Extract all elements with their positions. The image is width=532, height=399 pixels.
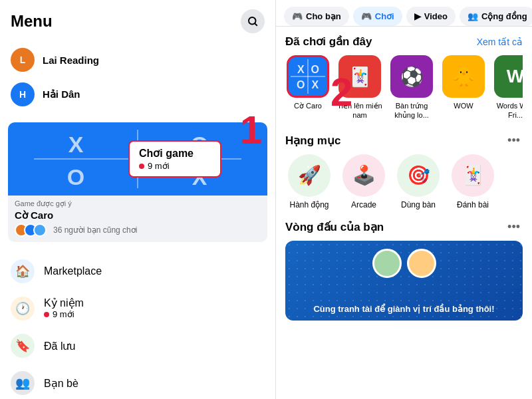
friend-avatars bbox=[15, 223, 43, 237]
wow-icon: 🐥 bbox=[452, 66, 475, 88]
tab-choi-label: Chơi bbox=[375, 11, 394, 21]
tournament-avatars bbox=[372, 249, 436, 278]
game-label-wow: WOW bbox=[454, 101, 473, 110]
category-arcade-label: Arcade bbox=[351, 200, 376, 209]
avatar-hai: H bbox=[11, 82, 35, 106]
menu-items-list: 🏠 Marketplace 🕐 Kỷ niệm 9 mới 🔖 Đã lưu 👥… bbox=[0, 250, 275, 399]
accounts-list: L Lai Reading H Hải Dân bbox=[0, 40, 275, 114]
recent-game-wow[interactable]: 🐥 WOW bbox=[441, 55, 486, 120]
game-name: Cờ Caro bbox=[15, 209, 261, 221]
friend-count: 36 người bạn cũng chơi bbox=[53, 225, 137, 235]
memory-badge: 9 mới bbox=[44, 309, 84, 319]
category-hanh-dong-icon: 🚀 bbox=[288, 154, 331, 197]
memory-item[interactable]: 🕐 Kỷ niệm 9 mới bbox=[0, 290, 275, 327]
tab-video-icon: ▶ bbox=[414, 11, 421, 21]
game-thumb-wow: 🐥 bbox=[442, 55, 485, 98]
right-content: Đã chơi gần đây Xem tất cả 2 X O O X bbox=[276, 27, 532, 399]
right-panel: 🎮 Cho bạn 🎮 Chơi ▶ Video 👥 Cộng đồng Đã … bbox=[276, 0, 532, 399]
game-label-co-caro: Cờ Caro bbox=[294, 101, 322, 110]
tournament-dots[interactable]: ••• bbox=[505, 220, 523, 234]
tournament-title: Vòng đấu của bạn bbox=[285, 220, 384, 234]
tab-cong-dong[interactable]: 👥 Cộng đồng bbox=[460, 7, 532, 26]
xo-cell-1: X bbox=[17, 132, 134, 158]
category-dung-ban-label: Dùng bàn bbox=[401, 200, 436, 209]
xo-s2: O bbox=[310, 64, 321, 76]
svg-point-0 bbox=[249, 17, 256, 25]
recent-games-scroll: X O O X Cờ Caro 🃏 Tiế bbox=[285, 55, 523, 123]
category-hanh-dong[interactable]: 🚀 Hành động bbox=[285, 154, 333, 209]
game-thumb-words: W bbox=[494, 55, 523, 98]
category-dung-ban[interactable]: 🎯 Dùng bàn bbox=[394, 154, 442, 209]
friend-av-3 bbox=[33, 223, 47, 237]
choi-game-title: Chơi game bbox=[139, 148, 194, 159]
search-button[interactable] bbox=[241, 9, 265, 33]
recent-game-ban-trung[interactable]: ⚽ Bàn trứng khủng lo... bbox=[389, 55, 434, 120]
account-lai-reading[interactable]: L Lai Reading bbox=[0, 43, 275, 77]
tournament-card[interactable]: Cùng tranh tài để giành vị trí đầu bảng … bbox=[285, 241, 523, 321]
choi-game-box: Chơi game 9 mới bbox=[128, 140, 221, 178]
tournament-text: Cùng tranh tài để giành vị trí đầu bảng … bbox=[307, 297, 501, 321]
categories-grid: 🚀 Hành động 🕹️ Arcade 🎯 Dùng bàn 🃏 Đánh … bbox=[285, 154, 523, 209]
marketplace-item[interactable]: 🏠 Marketplace bbox=[0, 253, 275, 290]
tournament-avatar-2 bbox=[407, 249, 436, 278]
friends-icon: 👥 bbox=[11, 371, 35, 395]
game-thumb-ban-trung: ⚽ bbox=[390, 55, 433, 98]
xo-s3: O bbox=[295, 79, 307, 91]
tab-cong-dong-label: Cộng đồng bbox=[481, 11, 527, 21]
category-arcade[interactable]: 🕹️ Arcade bbox=[340, 154, 388, 209]
new-dot bbox=[139, 164, 144, 169]
category-danh-bai-label: Đánh bài bbox=[457, 200, 489, 209]
category-hanh-dong-label: Hành động bbox=[289, 200, 329, 209]
marketplace-icon: 🏠 bbox=[11, 259, 35, 283]
tab-cho-ban[interactable]: 🎮 Cho bạn bbox=[284, 7, 349, 26]
tab-choi[interactable]: 🎮 Chơi bbox=[353, 7, 402, 26]
avatar-lai: L bbox=[11, 48, 35, 72]
menu-header: Menu bbox=[0, 0, 275, 40]
xo-s4: X bbox=[310, 79, 321, 91]
game-card-area: 1 X O O X Chơi game 9 mớ bbox=[0, 117, 275, 247]
choi-game-badge: 9 mới bbox=[139, 161, 211, 171]
friends-item[interactable]: 👥 Bạn bè bbox=[0, 364, 275, 399]
categories-section-header: Hạng mục ••• bbox=[285, 134, 523, 148]
account-hai-dan[interactable]: H Hải Dân bbox=[0, 77, 275, 112]
see-all-recent[interactable]: Xem tất cả bbox=[477, 37, 523, 47]
tab-cho-ban-icon: 🎮 bbox=[292, 11, 303, 21]
account-name-hai: Hải Dân bbox=[43, 88, 80, 100]
menu-title: Menu bbox=[11, 12, 53, 31]
categories-dots[interactable]: ••• bbox=[505, 134, 523, 148]
game-suggested-label: Game được gợi ý bbox=[15, 200, 261, 208]
svg-line-1 bbox=[255, 23, 257, 25]
line-h bbox=[291, 76, 325, 77]
memory-icon: 🕐 bbox=[11, 297, 35, 321]
game-thumb-tien-len: 🃏 bbox=[338, 55, 381, 98]
tabs-row: 🎮 Cho bạn 🎮 Chơi ▶ Video 👥 Cộng đồng bbox=[276, 0, 532, 27]
recent-game-words[interactable]: W Words With Fri... bbox=[493, 55, 523, 120]
categories-title: Hạng mục bbox=[285, 134, 340, 148]
tab-video[interactable]: ▶ Video bbox=[406, 7, 456, 26]
account-name-lai: Lai Reading bbox=[43, 55, 99, 66]
ban-trung-icon: ⚽ bbox=[400, 66, 424, 88]
friends-label: Bạn bè bbox=[44, 377, 78, 390]
memory-label: Kỷ niệm bbox=[44, 297, 84, 309]
tab-cong-dong-icon: 👥 bbox=[467, 11, 478, 21]
xo-cell-3: O bbox=[17, 164, 134, 190]
recent-title: Đã chơi gần đây bbox=[285, 35, 372, 49]
saved-label: Đã lưu bbox=[44, 340, 75, 352]
recent-game-tien-len[interactable]: 🃏 Tiến lên miền nam bbox=[337, 55, 382, 120]
game-card-bg: X O O X Chơi game 9 mới bbox=[8, 122, 267, 196]
tournament-avatar-1 bbox=[372, 249, 402, 278]
category-arcade-icon: 🕹️ bbox=[342, 154, 385, 197]
recent-game-co-caro[interactable]: X O O X Cờ Caro bbox=[285, 55, 331, 120]
memory-new: 9 mới bbox=[53, 309, 74, 319]
saved-item[interactable]: 🔖 Đã lưu bbox=[0, 327, 275, 364]
tournament-section-header: Vòng đấu của bạn ••• bbox=[285, 220, 523, 234]
game-thumb-co-caro: X O O X bbox=[287, 55, 329, 98]
recent-section-header: Đã chơi gần đây Xem tất cả bbox=[285, 35, 523, 49]
memory-content: Kỷ niệm 9 mới bbox=[44, 297, 84, 319]
category-danh-bai[interactable]: 🃏 Đánh bài bbox=[449, 154, 497, 209]
category-dung-ban-icon: 🎯 bbox=[397, 154, 440, 197]
game-suggestion-card[interactable]: X O O X Chơi game 9 mới bbox=[8, 122, 267, 242]
left-panel: Menu L Lai Reading H Hải Dân 1 X O bbox=[0, 0, 276, 399]
game-label-words: Words With Fri... bbox=[493, 101, 523, 120]
game-friends: 36 người bạn cũng chơi bbox=[15, 223, 261, 237]
